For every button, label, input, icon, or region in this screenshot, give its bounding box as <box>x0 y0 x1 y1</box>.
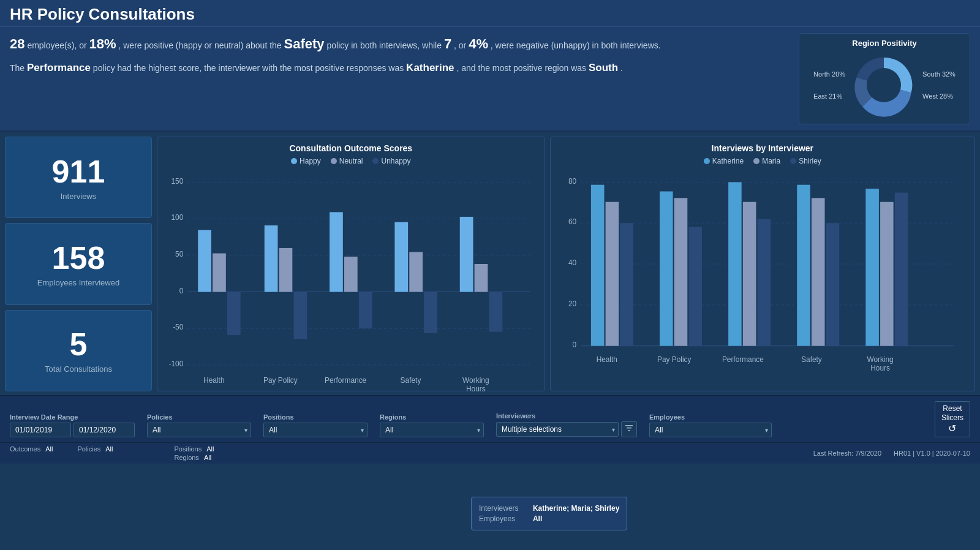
donut-container: North 20% East 21% South 32% West 28% <box>807 51 962 119</box>
svg-text:Working: Working <box>867 355 893 364</box>
summary-line1: 28 employee(s), or 18% , were positive (… <box>10 33 793 55</box>
svg-rect-48 <box>660 191 673 345</box>
svg-text:-100: -100 <box>169 360 184 368</box>
region-north: North 20% <box>813 70 845 78</box>
region-positivity-title: Region Positivity <box>807 39 962 48</box>
regions-val: All <box>204 454 211 461</box>
svg-text:Hours: Hours <box>466 385 486 393</box>
summary-policy1: Safety <box>284 36 325 51</box>
summary-num2: 7 <box>444 36 451 51</box>
summary-text: 28 employee(s), or 18% , were positive (… <box>10 33 793 124</box>
svg-rect-62 <box>894 193 908 346</box>
kpi-panel: 911 Interviews 158 Employees Interviewed… <box>5 137 152 391</box>
filter-interviewers: Interviewers Multiple selections <box>496 412 637 437</box>
interviewer-chart-legend: Katherine Maria Shirley <box>558 157 967 165</box>
interviewers-row: Multiple selections <box>496 421 637 437</box>
filter-policies: Policies All <box>147 413 251 437</box>
regions-select[interactable]: All <box>380 423 484 437</box>
filter-regions-label: Regions <box>380 413 484 421</box>
tooltip-employees-key: Employees <box>479 514 528 523</box>
positions-key: Positions <box>175 445 202 453</box>
svg-rect-54 <box>757 219 771 346</box>
svg-rect-45 <box>605 202 619 346</box>
summary-text1: employee(s), or <box>27 40 89 50</box>
interviewer-svg: 80 60 40 20 0 Health Pay <box>558 169 967 396</box>
reset-slicers-button[interactable]: Reset Slicers ↺ <box>935 401 970 437</box>
legend-happy-label: Happy <box>300 157 321 165</box>
interviewers-select-wrapper: Multiple selections <box>496 422 619 437</box>
consultation-chart-legend: Happy Neutral Unhappy <box>165 157 537 165</box>
svg-rect-61 <box>880 202 894 346</box>
svg-rect-57 <box>812 198 825 345</box>
svg-rect-18 <box>279 248 293 292</box>
positions-select[interactable]: All <box>263 423 368 437</box>
status-area: Outcomes All Policies All Positions All … <box>0 442 980 464</box>
policies-select[interactable]: All <box>147 423 251 437</box>
status-outcomes: Outcomes All <box>10 445 53 461</box>
interviewer-chart-area: 80 60 40 20 0 Health Pay <box>558 169 967 396</box>
svg-text:0: 0 <box>179 287 184 295</box>
svg-rect-46 <box>620 223 633 346</box>
svg-text:Pay Policy: Pay Policy <box>657 355 691 364</box>
date-start-input[interactable] <box>10 423 71 437</box>
svg-rect-49 <box>674 198 687 345</box>
employees-select[interactable]: All <box>649 423 772 437</box>
status-regions: Regions All <box>175 454 214 461</box>
svg-text:Performance: Performance <box>325 376 367 385</box>
status-right: Last Refresh: 7/9/2020 HR01 | V1.0 | 202… <box>813 450 970 457</box>
summary-pct2: 4% <box>469 36 488 51</box>
main-content: 911 Interviews 158 Employees Interviewed… <box>0 132 980 395</box>
kpi-employees: 158 Employees Interviewed <box>5 223 152 304</box>
tooltip-employees-val: All <box>533 514 542 523</box>
outcomes-val: All <box>45 445 53 461</box>
slicers-label: Slicers <box>941 413 963 422</box>
svg-text:40: 40 <box>568 258 577 267</box>
donut-chart <box>850 51 918 119</box>
summary-text8: , and the most positive region was <box>456 63 589 73</box>
filter-bar: Interview Date Range Policies All Positi… <box>0 395 980 442</box>
filter-positions: Positions All <box>263 413 368 437</box>
svg-rect-26 <box>409 252 423 292</box>
legend-unhappy-dot <box>372 158 379 164</box>
employees-select-wrapper: All <box>649 423 772 437</box>
summary-text2: , were positive (happy or neutral) about… <box>118 40 284 50</box>
svg-text:50: 50 <box>175 250 184 258</box>
positions-select-wrapper: All <box>263 423 368 437</box>
summary-region: South <box>589 62 618 73</box>
region-south: South 32% <box>922 70 956 78</box>
svg-rect-23 <box>359 292 372 329</box>
date-end-input[interactable] <box>74 423 135 437</box>
tooltip-employees-row: Employees All <box>479 514 619 523</box>
svg-rect-19 <box>293 292 307 339</box>
reset-icon: ↺ <box>948 423 956 434</box>
svg-text:0: 0 <box>572 341 576 349</box>
summary-end: . <box>620 63 623 73</box>
svg-rect-58 <box>826 223 839 346</box>
svg-text:60: 60 <box>568 217 577 226</box>
status-left: Outcomes All Policies All Positions All … <box>10 445 214 461</box>
svg-rect-66 <box>627 428 631 429</box>
legend-shirley-label: Shirley <box>799 157 821 165</box>
tooltip-interviewers-val: Katherine; Maria; Shirley <box>533 504 619 513</box>
kpi-consultations: 5 Total Consultations <box>5 310 152 391</box>
interviewers-select[interactable]: Multiple selections <box>496 422 619 437</box>
interviewer-chart-panel: Interviews by Interviewer Katherine Mari… <box>550 137 975 391</box>
filter-positions-label: Positions <box>263 413 368 421</box>
reset-section: Reset Slicers ↺ <box>935 401 970 437</box>
filter-regions: Regions All <box>380 413 484 437</box>
svg-rect-17 <box>265 225 278 292</box>
svg-text:Health: Health <box>596 355 617 364</box>
svg-rect-15 <box>227 292 241 336</box>
legend-unhappy-label: Unhappy <box>381 157 410 165</box>
svg-text:100: 100 <box>171 213 183 222</box>
svg-text:Hours: Hours <box>870 364 890 372</box>
svg-rect-25 <box>394 222 408 292</box>
svg-rect-50 <box>688 227 702 346</box>
svg-rect-13 <box>198 230 211 292</box>
legend-happy-dot <box>291 158 297 164</box>
kpi-employees-value: 158 <box>52 241 105 276</box>
summary-text6: The <box>10 63 27 73</box>
interviewers-icon-btn[interactable] <box>621 421 637 437</box>
date-range-inputs <box>10 423 135 437</box>
svg-rect-27 <box>424 292 437 333</box>
